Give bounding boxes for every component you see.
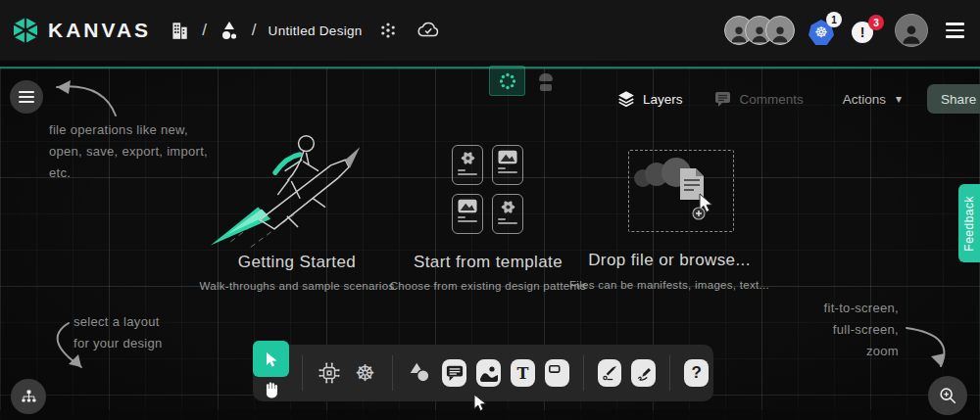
- avatar[interactable]: [765, 16, 795, 45]
- breadcrumb: / / Untitled Design: [169, 19, 441, 42]
- user-avatar[interactable]: [895, 14, 928, 47]
- notifications-button[interactable]: ! 3: [852, 16, 881, 45]
- comments-icon: [714, 90, 732, 108]
- hand-icon: [263, 381, 281, 399]
- alert-count-badge: 3: [868, 15, 884, 30]
- layers-label: Layers: [643, 92, 683, 107]
- drop-files-icon: [629, 151, 733, 230]
- chip-icon: [317, 360, 342, 386]
- shapes-tool-button[interactable]: [407, 358, 433, 388]
- annotation-select-layout: select a layout for your design: [74, 311, 163, 354]
- mode-toggle-visualize[interactable]: [530, 69, 562, 96]
- annotation-file-operations: file operations like new, open, save, ex…: [49, 119, 208, 184]
- layers-icon: [617, 90, 635, 108]
- template-card-image[interactable]: [452, 194, 483, 234]
- tools-toolbar: ☸ T: [253, 345, 713, 401]
- toolbar-divider: [669, 355, 670, 391]
- toolbar-divider: [302, 355, 303, 391]
- brand-wordmark: KANVAS: [48, 19, 151, 42]
- getting-started-panel[interactable]: [201, 125, 397, 253]
- help-button[interactable]: ?: [684, 359, 709, 387]
- project-name[interactable]: Untitled Design: [269, 23, 363, 38]
- pinwheel-icon: [500, 199, 516, 215]
- mode-toggle-design[interactable]: [489, 66, 525, 96]
- collaborator-avatars[interactable]: [724, 16, 795, 45]
- cloud-saved-icon[interactable]: [416, 21, 441, 40]
- sketch-tool-button[interactable]: [631, 359, 656, 387]
- dropzone-title[interactable]: Drop file or browse...: [571, 251, 767, 270]
- toolbar-divider: [392, 355, 393, 391]
- kanvas-logo-icon: [12, 17, 39, 44]
- project-shapes-icon[interactable]: [219, 20, 240, 41]
- annotation-view-controls: fit-to-screen, full-screen, zoom: [774, 298, 899, 362]
- rocket-illustration: [201, 125, 397, 253]
- pointer-tools-group: [253, 345, 288, 401]
- share-label: Share: [941, 92, 976, 107]
- magnifier-icon: [938, 386, 957, 405]
- app-window: KANVAS / / Untitled Design: [0, 0, 980, 420]
- feedback-label: Feedback: [962, 196, 976, 252]
- pencil-scribble-icon: [635, 364, 653, 382]
- brand[interactable]: KANVAS: [12, 17, 151, 44]
- organization-icon[interactable]: [169, 19, 190, 42]
- actions-label: Actions: [843, 92, 886, 107]
- cursor-icon: [263, 350, 280, 368]
- top-header: KANVAS / / Untitled Design: [0, 0, 980, 61]
- comment-tool-button[interactable]: [442, 359, 466, 387]
- pen-tool-button[interactable]: [598, 359, 622, 387]
- image-thumb-icon: [458, 199, 477, 213]
- kubernetes-tool-button[interactable]: ☸: [352, 358, 378, 388]
- chevron-down-icon: ▾: [896, 92, 902, 106]
- header-menu-icon[interactable]: [942, 19, 968, 42]
- pinwheel-icon: [460, 150, 476, 166]
- note-tool-button[interactable]: [545, 359, 569, 387]
- question-icon: ?: [691, 363, 701, 383]
- shapes-icon: [407, 360, 432, 386]
- component-tool-button[interactable]: [316, 358, 342, 388]
- feedback-tab[interactable]: Feedback: [958, 184, 980, 262]
- toolbar-divider: [583, 355, 584, 391]
- design-mode-icon: [498, 71, 517, 91]
- file-dropzone[interactable]: [628, 150, 734, 232]
- select-tool-button[interactable]: [253, 341, 289, 377]
- collab-env-button[interactable]: ☸ 1: [808, 16, 838, 45]
- zoom-controls-button[interactable]: [928, 376, 967, 415]
- bottom-edge-strip: [0, 410, 980, 420]
- pan-tool-button[interactable]: [257, 378, 286, 401]
- template-card-image[interactable]: [492, 145, 523, 185]
- share-button[interactable]: Share: [927, 84, 980, 114]
- text-tool-icon: T: [516, 364, 528, 383]
- templates-panel[interactable]: [452, 145, 524, 235]
- pen-tool-icon: [601, 364, 618, 382]
- layout-tree-icon: [21, 389, 37, 405]
- comments-button[interactable]: Comments: [714, 90, 804, 108]
- breadcrumb-separator: /: [252, 21, 257, 40]
- comment-bubble-icon: [446, 364, 464, 382]
- canvas-action-bar: Layers Comments Actions ▾ Share: [617, 84, 970, 114]
- image-thumb-icon: [498, 150, 517, 164]
- file-menu-button[interactable]: [10, 80, 43, 114]
- kubernetes-wheel-icon: ☸: [355, 362, 375, 385]
- breadcrumb-separator: /: [202, 21, 207, 40]
- image-icon: [479, 363, 499, 383]
- header-right: ☸ 1 ! 3: [724, 14, 968, 47]
- image-tool-button[interactable]: [476, 359, 501, 387]
- layers-button[interactable]: Layers: [617, 90, 683, 108]
- getting-started-title[interactable]: Getting Started: [199, 253, 395, 272]
- comments-label: Comments: [740, 92, 804, 107]
- templates-title[interactable]: Start from template: [390, 253, 586, 272]
- text-tool-button[interactable]: T: [511, 359, 535, 387]
- layout-selector-button[interactable]: [11, 379, 46, 414]
- actions-dropdown[interactable]: Actions ▾: [843, 92, 902, 107]
- template-card-pattern[interactable]: [492, 194, 523, 234]
- visualize-mode-icon: [539, 73, 553, 81]
- template-card-pattern[interactable]: [452, 145, 483, 185]
- collab-count-badge: 1: [826, 12, 842, 27]
- dropzone-subtitle: Files can be manifests, images, text...: [557, 279, 782, 291]
- note-icon: [548, 364, 565, 382]
- topology-icon[interactable]: [378, 21, 398, 40]
